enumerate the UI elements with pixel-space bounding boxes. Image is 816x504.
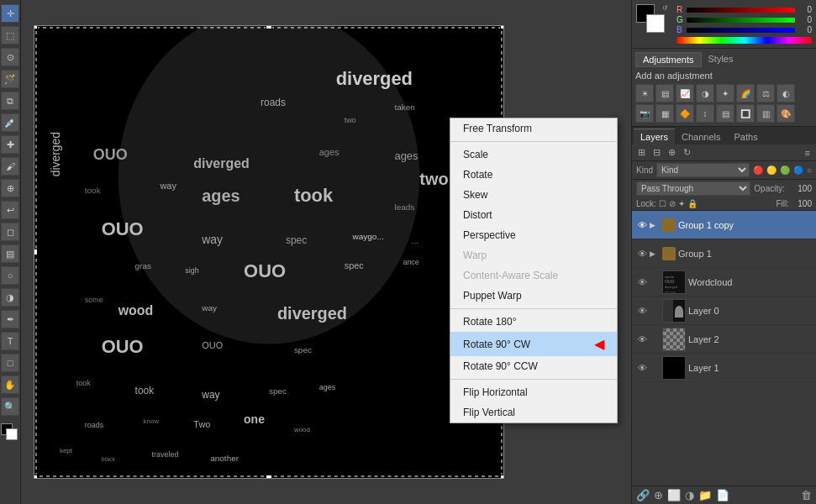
tool-brush[interactable]: 🖌	[1, 157, 19, 176]
tool-text[interactable]: T	[1, 332, 19, 350]
spectrum-bar[interactable]	[676, 37, 812, 44]
adj-icon-selectcolor[interactable]: 🎨	[777, 104, 795, 123]
adj-icon-posterize[interactable]: ▤	[716, 104, 734, 123]
lock-icon1[interactable]: ☐	[659, 199, 666, 208]
tool-pen[interactable]: ✒	[1, 310, 19, 328]
filter-icon4[interactable]: 🔵	[793, 165, 803, 175]
adj-icon-hsl[interactable]: 🌈	[736, 84, 755, 102]
layers-toolbar-icon5[interactable]: ≡	[803, 147, 813, 159]
transform-handle-tl[interactable]	[34, 25, 38, 29]
layer-expand-icon[interactable]: ▶	[650, 221, 660, 229]
filter-select[interactable]: Kind Name Effect	[656, 163, 750, 177]
transform-handle-tm[interactable]	[266, 25, 272, 29]
layer-visibility-icon[interactable]: 👁	[636, 334, 648, 344]
tool-eyedropper[interactable]: 💉	[1, 113, 19, 132]
layer-item-layer1[interactable]: 👁 Layer 1	[632, 354, 816, 382]
adjustment-layer-btn[interactable]: ◑	[685, 489, 694, 501]
blend-mode-select[interactable]: Pass Through Normal Multiply Screen	[636, 181, 750, 196]
layers-toolbar-icon2[interactable]: ⊟	[650, 146, 663, 159]
layer-item-group1copy[interactable]: 👁 ▶ Group 1 copy	[632, 211, 816, 239]
tool-eraser[interactable]: ◻	[1, 223, 19, 241]
filter-toggle[interactable]: ○	[807, 165, 812, 175]
new-group-btn[interactable]: 📁	[698, 489, 712, 501]
color-swatches-panel[interactable]: ↺	[636, 4, 668, 33]
menu-item-content-aware[interactable]: Content-Aware Scale	[450, 265, 617, 286]
tool-move[interactable]: ✛	[1, 4, 19, 23]
g-slider-track[interactable]	[687, 18, 795, 23]
transform-handle-bl[interactable]	[34, 475, 38, 479]
menu-item-rotate-90cw[interactable]: Rotate 90° CW ◀	[450, 332, 617, 356]
tool-heal[interactable]: ✚	[1, 135, 19, 154]
adj-icon-colorbalance[interactable]: ⚖	[756, 84, 775, 102]
menu-item-scale[interactable]: Scale	[450, 144, 617, 165]
menu-item-warp[interactable]: Warp	[450, 245, 617, 265]
layer-mask-btn[interactable]: ⬜	[667, 489, 681, 501]
filter-icon3[interactable]: 🟢	[780, 165, 790, 175]
tool-history[interactable]: ↩	[1, 201, 19, 219]
adj-icon-gradmap[interactable]: ▥	[756, 104, 775, 123]
tool-stamp[interactable]: ⊕	[1, 179, 19, 197]
menu-item-flip-vertical[interactable]: Flip Vertical	[450, 402, 617, 423]
lock-icon4[interactable]: 🔒	[687, 199, 698, 208]
tool-lasso[interactable]: ⊙	[1, 48, 19, 66]
adj-icon-invert[interactable]: ↕	[696, 104, 714, 123]
color-swatches[interactable]	[1, 423, 19, 442]
layer-item-wordcloud[interactable]: 👁 wordsOUOdivergedtwo roads Wordcloud	[632, 268, 816, 297]
adj-icon-bw[interactable]: ◐	[777, 84, 795, 102]
tool-gradient[interactable]: ▤	[1, 244, 19, 263]
filter-icon1[interactable]: 🔴	[753, 165, 763, 175]
transform-handle-ml[interactable]	[34, 249, 38, 255]
tool-dodge[interactable]: ◑	[1, 288, 19, 307]
adj-icon-colorlookup[interactable]: 🔶	[676, 104, 694, 123]
menu-item-rotate[interactable]: Rotate	[450, 165, 617, 185]
tab-paths[interactable]: Paths	[728, 129, 765, 144]
adj-icon-levels[interactable]: ▤	[655, 84, 674, 102]
link-layers-btn[interactable]: 🔗	[636, 489, 650, 501]
layer-visibility-icon[interactable]: 👁	[636, 363, 648, 373]
transform-handle-bm[interactable]	[266, 475, 272, 479]
menu-item-flip-horizontal[interactable]: Flip Horizontal	[450, 382, 617, 402]
layer-visibility-icon[interactable]: 👁	[636, 249, 648, 259]
menu-item-perspective[interactable]: Perspective	[450, 225, 617, 245]
adj-icon-curves[interactable]: 📈	[676, 84, 694, 102]
menu-item-puppet-warp[interactable]: Puppet Warp	[450, 286, 617, 306]
adj-icon-photo[interactable]: 📷	[635, 104, 654, 123]
layer-visibility-icon[interactable]: 👁	[636, 277, 648, 287]
tool-magic[interactable]: 🪄	[1, 70, 19, 88]
filter-icon2[interactable]: 🟡	[766, 165, 777, 175]
adj-icon-exposure[interactable]: ◑	[696, 84, 714, 102]
layer-visibility-icon[interactable]: 👁	[636, 220, 648, 230]
menu-item-skew[interactable]: Skew	[450, 185, 617, 205]
transform-handle-tr[interactable]	[500, 25, 504, 29]
layer-style-btn[interactable]: ⊕	[654, 489, 663, 501]
menu-item-rotate-180[interactable]: Rotate 180°	[450, 312, 617, 332]
menu-item-free-transform[interactable]: Free Transform	[450, 118, 617, 139]
r-slider-track[interactable]	[687, 8, 795, 13]
menu-item-rotate-90ccw[interactable]: Rotate 90° CCW	[450, 356, 617, 376]
menu-item-distort[interactable]: Distort	[450, 205, 617, 225]
lock-icon2[interactable]: ⊘	[669, 199, 676, 208]
tool-crop[interactable]: ⧉	[1, 92, 19, 110]
layer-item-group1[interactable]: 👁 ▶ Group 1	[632, 239, 816, 268]
adj-icon-threshold[interactable]: 🔳	[736, 104, 755, 123]
tab-layers[interactable]: Layers	[634, 129, 675, 144]
tab-channels[interactable]: Channels	[675, 129, 727, 144]
lock-icon3[interactable]: ✦	[678, 199, 685, 208]
tab-styles[interactable]: Styles	[702, 52, 740, 67]
tab-adjustments[interactable]: Adjustments	[635, 52, 702, 67]
new-layer-btn[interactable]: 📄	[716, 489, 729, 501]
delete-layer-btn[interactable]: 🗑	[801, 489, 812, 501]
layer-item-layer2[interactable]: 👁 Layer 2	[632, 325, 816, 354]
layer-expand-icon[interactable]: ▶	[650, 249, 660, 258]
layer-visibility-icon[interactable]: 👁	[636, 306, 648, 316]
tool-blur[interactable]: ○	[1, 266, 19, 285]
adj-icon-brightness[interactable]: ☀	[635, 84, 654, 102]
transform-handle-br[interactable]	[500, 475, 504, 479]
tool-select[interactable]: ⬚	[1, 26, 19, 45]
tool-shape[interactable]: □	[1, 354, 19, 372]
adj-icon-channelmix[interactable]: ▦	[655, 104, 674, 123]
adj-icon-vibrance[interactable]: ✦	[716, 84, 734, 102]
layers-toolbar-icon3[interactable]: ⊕	[666, 146, 678, 159]
tool-hand[interactable]: ✋	[1, 375, 19, 394]
b-slider-track[interactable]	[687, 28, 795, 33]
